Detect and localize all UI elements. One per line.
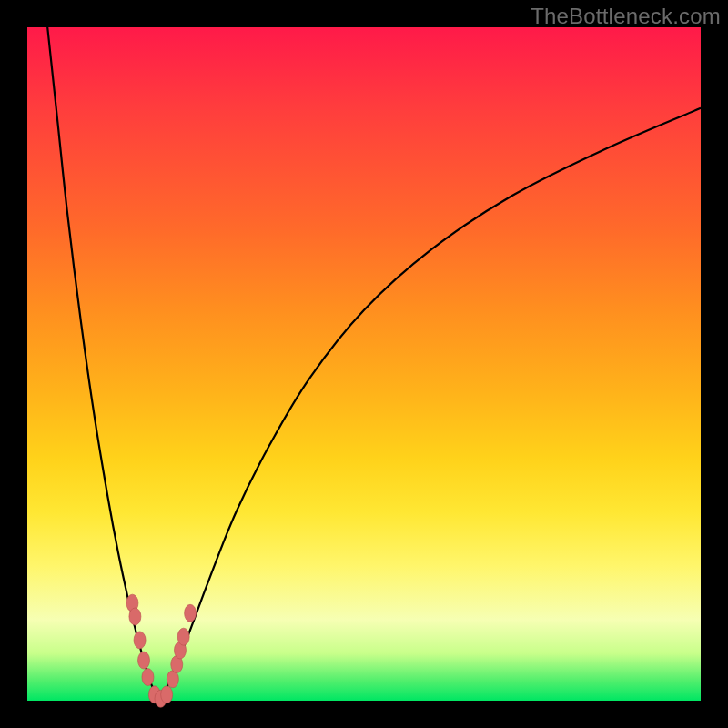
marker-point (129, 608, 141, 625)
watermark-text: TheBottleneck.com (531, 4, 721, 29)
marker-point (185, 604, 197, 622)
marker-point (138, 652, 150, 669)
curve-layer (27, 27, 701, 701)
marker-point (177, 628, 189, 645)
trough-markers (126, 594, 197, 707)
chart-frame: TheBottleneck.com (0, 0, 728, 728)
marker-point (134, 632, 146, 649)
marker-point (161, 686, 173, 703)
curve-left-branch (47, 27, 160, 701)
marker-point (142, 669, 154, 686)
curve-right-branch (160, 108, 701, 701)
plot-area (27, 27, 701, 701)
